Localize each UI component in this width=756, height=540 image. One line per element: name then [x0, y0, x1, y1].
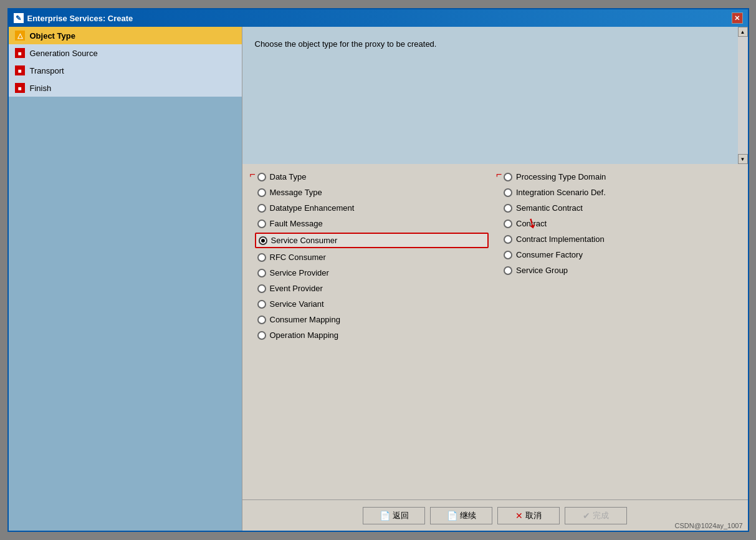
radio-consumer-mapping-input[interactable]	[257, 316, 266, 324]
back-icon: 📄	[380, 511, 390, 521]
sidebar-label-generation-source: Generation Source	[30, 49, 98, 58]
title-bar: ✎ Enterprise Services: Create ✕	[9, 9, 748, 27]
radio-service-group-label: Service Group	[516, 266, 568, 275]
radio-processing-type-domain[interactable]: ⌐ Processing Type Domain	[501, 170, 735, 183]
radio-contract-implementation-label: Contract Implementation	[516, 234, 605, 244]
radio-integration-scenario-def-label: Integration Scenario Def.	[516, 188, 606, 197]
main-content: Choose the object type for the proxy to …	[242, 27, 748, 531]
radio-fault-message-label: Fault Message	[270, 219, 323, 228]
back-button[interactable]: 📄 返回	[363, 507, 425, 524]
radio-service-provider[interactable]: Service Provider	[255, 266, 489, 279]
radio-consumer-factory-input[interactable]	[504, 251, 512, 259]
radio-processing-type-domain-input[interactable]	[504, 173, 512, 181]
radio-service-consumer-input[interactable]	[259, 236, 267, 245]
radio-contract-implementation[interactable]: Contract Implementation	[501, 233, 735, 246]
sidebar-item-object-type[interactable]: △ Object Type	[9, 27, 242, 44]
radio-consumer-mapping[interactable]: Consumer Mapping	[255, 313, 489, 326]
watermark: CSDN@1024ay_1007	[674, 522, 742, 529]
radio-service-group[interactable]: Service Group	[501, 264, 735, 277]
radio-event-provider[interactable]: Event Provider	[255, 282, 489, 295]
radio-contract-input[interactable]	[504, 219, 512, 228]
radio-rfc-consumer-label: RFC Consumer	[270, 253, 326, 262]
radio-service-provider-label: Service Provider	[270, 268, 329, 277]
radio-service-variant[interactable]: Service Variant	[255, 297, 489, 311]
radio-data-type-label: Data Type	[270, 172, 307, 181]
radio-integration-scenario-def-input[interactable]	[504, 188, 512, 197]
radio-operation-mapping-label: Operation Mapping	[270, 330, 339, 340]
radio-datatype-enhancement-label: Datatype Enhancement	[270, 203, 355, 213]
radio-rfc-consumer[interactable]: RFC Consumer	[255, 251, 489, 264]
cancel-icon: ✕	[515, 511, 523, 521]
radio-datatype-enhancement[interactable]: Datatype Enhancement	[255, 201, 489, 215]
options-right-col: ⌐ Processing Type Domain Integration Sce…	[501, 170, 735, 493]
radio-datatype-enhancement-input[interactable]	[257, 204, 266, 213]
radio-fault-message-input[interactable]	[257, 219, 266, 228]
sidebar-label-object-type: Object Type	[30, 31, 75, 41]
options-area: ⌐ Data Type Message Type Datatype Enhanc…	[242, 164, 748, 499]
radio-message-type[interactable]: Message Type	[255, 186, 489, 199]
radio-data-type-input[interactable]	[257, 173, 266, 181]
radio-consumer-factory-label: Consumer Factory	[516, 250, 583, 259]
description-text: Choose the object type for the proxy to …	[255, 39, 735, 49]
sidebar-label-finish: Finish	[30, 84, 52, 93]
sidebar-item-transport[interactable]: ■ Transport	[9, 62, 242, 79]
finish-label: 完成	[593, 510, 609, 521]
radio-contract-label: Contract	[516, 219, 547, 228]
radio-consumer-factory[interactable]: Consumer Factory	[501, 248, 735, 261]
finish-button[interactable]: ✔ 完成	[565, 507, 627, 524]
dialog-title: Enterprise Services: Create	[27, 14, 133, 23]
dialog-icon: ✎	[14, 13, 24, 23]
sidebar-item-finish[interactable]: ■ Finish	[9, 79, 242, 97]
radio-semantic-contract-label: Semantic Contract	[516, 203, 583, 213]
title-bar-left: ✎ Enterprise Services: Create	[14, 13, 133, 23]
radio-service-variant-input[interactable]	[257, 300, 266, 309]
radio-fault-message[interactable]: Fault Message	[255, 217, 489, 230]
radio-service-variant-label: Service Variant	[270, 299, 324, 309]
radio-operation-mapping[interactable]: Operation Mapping	[255, 329, 489, 342]
radio-consumer-mapping-label: Consumer Mapping	[270, 315, 340, 324]
warning-icon: △	[15, 31, 25, 41]
radio-service-group-input[interactable]	[504, 266, 512, 275]
options-left-col: ⌐ Data Type Message Type Datatype Enhanc…	[255, 170, 489, 493]
radio-service-consumer[interactable]: Service Consumer ➘	[255, 233, 489, 248]
error-icon-1: ■	[15, 48, 25, 58]
error-icon-3: ■	[15, 83, 25, 93]
radio-contract-implementation-input[interactable]	[504, 235, 512, 244]
radio-operation-mapping-input[interactable]	[257, 331, 266, 340]
footer-bar: 📄 返回 📄 继续 ✕ 取消 ✔ 完成 CSDN@1024ay_1007	[242, 499, 748, 531]
radio-service-provider-input[interactable]	[257, 269, 266, 277]
description-area: Choose the object type for the proxy to …	[242, 27, 748, 164]
radio-message-type-input[interactable]	[257, 188, 266, 197]
continue-button[interactable]: 📄 继续	[430, 507, 492, 524]
scroll-down-button[interactable]: ▼	[738, 154, 748, 164]
sidebar-label-transport: Transport	[30, 66, 64, 75]
sidebar-item-generation-source[interactable]: ■ Generation Source	[9, 44, 242, 62]
main-dialog: ✎ Enterprise Services: Create ✕ △ Object…	[7, 8, 749, 532]
dialog-body: △ Object Type ■ Generation Source ■ Tran…	[9, 27, 748, 531]
radio-message-type-label: Message Type	[270, 188, 322, 197]
continue-icon: 📄	[447, 511, 457, 521]
radio-data-type[interactable]: ⌐ Data Type	[255, 170, 489, 183]
back-label: 返回	[393, 510, 409, 521]
radio-service-consumer-label: Service Consumer	[271, 236, 338, 245]
cancel-button[interactable]: ✕ 取消	[497, 507, 560, 524]
scroll-track	[738, 37, 748, 154]
options-grid: ⌐ Data Type Message Type Datatype Enhanc…	[255, 170, 735, 493]
radio-rfc-consumer-input[interactable]	[257, 253, 266, 262]
radio-processing-type-domain-label: Processing Type Domain	[516, 172, 606, 181]
error-icon-2: ■	[15, 65, 25, 75]
cancel-label: 取消	[525, 510, 542, 521]
radio-semantic-contract-input[interactable]	[504, 204, 512, 213]
scrollbar: ▲ ▼	[738, 27, 748, 164]
sidebar: △ Object Type ■ Generation Source ■ Tran…	[9, 27, 242, 531]
close-button[interactable]: ✕	[732, 12, 743, 24]
scroll-up-button[interactable]: ▲	[738, 27, 748, 37]
continue-label: 继续	[460, 510, 476, 521]
sidebar-bottom	[9, 97, 242, 531]
radio-semantic-contract[interactable]: Semantic Contract	[501, 201, 735, 215]
radio-event-provider-input[interactable]	[257, 284, 266, 293]
radio-event-provider-label: Event Provider	[270, 284, 323, 293]
radio-integration-scenario-def[interactable]: Integration Scenario Def.	[501, 186, 735, 199]
finish-icon: ✔	[583, 511, 590, 521]
radio-contract[interactable]: Contract	[501, 217, 735, 230]
